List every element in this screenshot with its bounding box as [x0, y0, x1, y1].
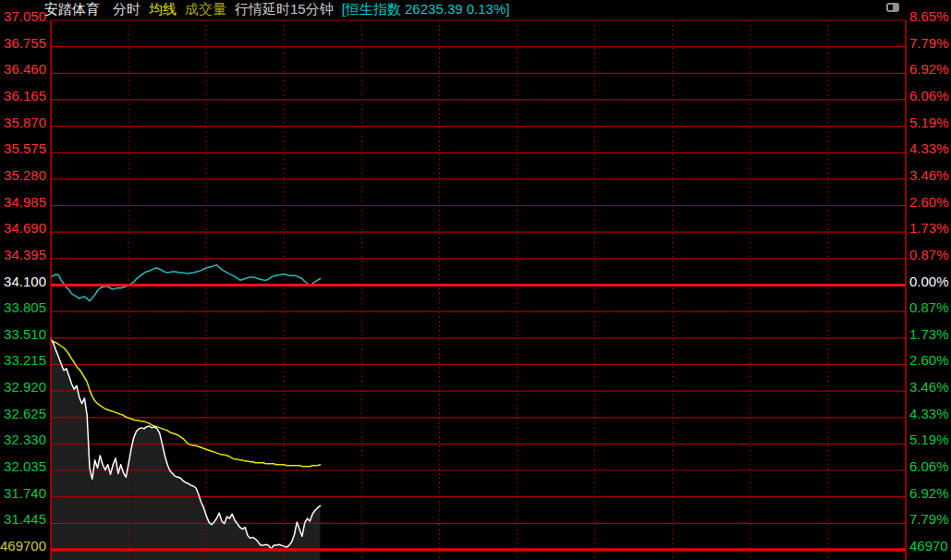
delay-note: 行情延时15分钟 [235, 1, 334, 18]
percent-tick-label: 2.60% [909, 353, 949, 368]
panel-icon-fill [893, 5, 897, 10]
percent-tick-label: 2.60% [909, 195, 949, 210]
tab-ma-line[interactable]: 均线 [149, 1, 177, 18]
avg-price-line [51, 340, 321, 467]
stock-intraday-chart-screen: 安踏体育 分时 均线 成交量 行情延时15分钟 [恒生指数 26235.39 0… [0, 0, 951, 560]
percent-tick-label: 8.65% [909, 9, 949, 24]
price-tick-label: 36.165 [0, 89, 46, 103]
price-tick-label: 32.330 [0, 432, 46, 447]
price-tick-label: 33.215 [0, 353, 46, 368]
percent-tick-label: 7.79% [909, 36, 949, 51]
percent-tick-label: 4.33% [909, 141, 949, 156]
percent-tick-label: 6.06% [909, 459, 949, 474]
percent-tick-label: 3.46% [909, 168, 949, 183]
percent-tick-label: 0.00% [909, 274, 949, 289]
hang-seng-index-quote[interactable]: [恒生指数 26235.39 0.13%] [342, 1, 510, 18]
percent-tick-label: 46970 [909, 539, 948, 554]
price-tick-label: 469700 [0, 539, 46, 554]
price-tick-label: 34.395 [0, 248, 46, 262]
price-tick-label: 31.740 [0, 486, 46, 501]
price-tick-label: 35.870 [0, 116, 46, 130]
percent-tick-label: 5.19% [909, 116, 949, 130]
tab-timeshare[interactable]: 分时 [113, 1, 140, 18]
percent-tick-label: 3.46% [909, 380, 949, 395]
price-tick-label: 32.920 [0, 380, 46, 395]
orderbook-panel-toggle-icon[interactable] [886, 3, 899, 12]
price-tick-label: 31.445 [0, 512, 46, 527]
price-tick-label: 36.755 [0, 36, 46, 51]
price-tick-label: 36.460 [0, 62, 46, 77]
price-area-fill [51, 339, 321, 560]
percent-tick-label: 6.06% [909, 89, 949, 103]
price-tick-label: 32.035 [0, 459, 46, 474]
percent-tick-label: 0.87% [909, 248, 949, 262]
percent-tick-label: 1.73% [909, 221, 949, 236]
vertical-dotted-gridlines [128, 20, 828, 560]
percent-tick-label: 7.79% [909, 512, 949, 527]
price-tick-label: 32.625 [0, 407, 46, 421]
price-tick-label: 33.805 [0, 300, 46, 315]
percent-tick-label: 6.92% [909, 62, 949, 77]
percent-tick-label: 4.33% [909, 407, 949, 421]
percent-tick-label: 6.92% [909, 486, 949, 501]
percent-tick-label: 0.87% [909, 300, 949, 315]
price-tick-label: 33.510 [0, 327, 46, 342]
price-tick-label: 34.690 [0, 221, 46, 236]
percent-tick-label: 5.19% [909, 432, 949, 447]
hang-seng-index-pct-line [51, 265, 321, 301]
price-tick-label: 35.280 [0, 168, 46, 183]
tab-volume[interactable]: 成交量 [185, 1, 226, 18]
chart-header: 安踏体育 分时 均线 成交量 行情延时15分钟 [恒生指数 26235.39 0… [44, 0, 509, 18]
stock-name: 安踏体育 [44, 1, 100, 18]
price-tick-label: 34.100 [0, 274, 46, 289]
percent-tick-label: 1.73% [909, 327, 949, 342]
price-tick-label: 37.050 [0, 9, 46, 24]
chart-plot-area[interactable] [0, 0, 951, 560]
price-tick-label: 34.985 [0, 195, 46, 210]
price-tick-label: 35.575 [0, 141, 46, 156]
